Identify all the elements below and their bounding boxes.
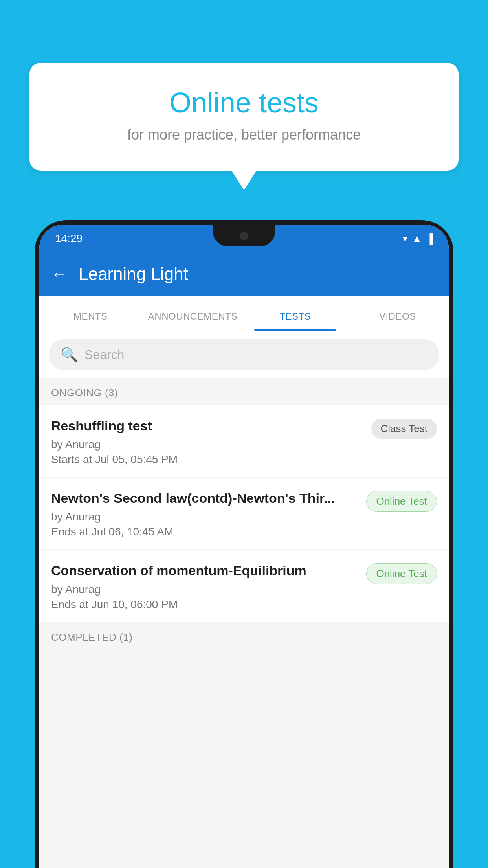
bubble-title: Online tests bbox=[61, 86, 427, 119]
camera-dot bbox=[240, 232, 248, 240]
tab-tests[interactable]: TESTS bbox=[244, 311, 347, 331]
section-ongoing-label: ONGOING (3) bbox=[51, 387, 118, 399]
app-title: Learning Light bbox=[79, 264, 188, 284]
bubble-subtitle: for more practice, better performance bbox=[61, 127, 427, 143]
test-item-3-time: Ends at Jun 10, 06:00 PM bbox=[51, 598, 358, 611]
section-ongoing-header: ONGOING (3) bbox=[39, 378, 449, 405]
phone-frame: 14:29 ▾ ▲ ▐ ← Learning Light MENTS ANNOU… bbox=[35, 220, 453, 868]
speech-bubble: Online tests for more practice, better p… bbox=[29, 63, 459, 171]
tab-ments[interactable]: MENTS bbox=[39, 311, 142, 331]
tab-videos[interactable]: VIDEOS bbox=[347, 311, 449, 331]
tab-announcements[interactable]: ANNOUNCEMENTS bbox=[142, 311, 244, 331]
test-item-2[interactable]: Newton's Second law(contd)-Newton's Thir… bbox=[39, 478, 449, 549]
phone-screen: 14:29 ▾ ▲ ▐ ← Learning Light MENTS ANNOU… bbox=[39, 225, 449, 868]
test-item-3-author: by Anurag bbox=[51, 583, 358, 596]
test-item-1-title: Reshuffling test bbox=[51, 417, 363, 434]
test-item-1-time: Starts at Jul 05, 05:45 PM bbox=[51, 453, 363, 466]
app-bar: ← Learning Light bbox=[39, 252, 449, 296]
test-item-3-badge: Online Test bbox=[366, 563, 437, 584]
search-placeholder: Search bbox=[84, 348, 124, 362]
test-item-1-badge: Class Test bbox=[371, 419, 437, 439]
status-time: 14:29 bbox=[55, 232, 83, 245]
test-item-1-author: by Anurag bbox=[51, 438, 363, 451]
back-button[interactable]: ← bbox=[51, 265, 67, 283]
signal-icon: ▲ bbox=[412, 233, 422, 244]
search-icon: 🔍 bbox=[61, 346, 78, 363]
test-item-3-left: Conservation of momentum-Equilibrium by … bbox=[51, 562, 366, 611]
status-bar: 14:29 ▾ ▲ ▐ bbox=[39, 225, 449, 252]
status-icons: ▾ ▲ ▐ bbox=[403, 233, 433, 244]
test-item-2-badge: Online Test bbox=[366, 491, 437, 512]
content-area: 🔍 Search ONGOING (3) Reshuffling test by… bbox=[39, 331, 449, 868]
tab-bar: MENTS ANNOUNCEMENTS TESTS VIDEOS bbox=[39, 296, 449, 331]
test-item-2-title: Newton's Second law(contd)-Newton's Thir… bbox=[51, 489, 358, 507]
test-item-2-left: Newton's Second law(contd)-Newton's Thir… bbox=[51, 489, 366, 538]
test-item-1-left: Reshuffling test by Anurag Starts at Jul… bbox=[51, 417, 371, 466]
section-completed-label: COMPLETED (1) bbox=[51, 631, 132, 643]
test-item-2-author: by Anurag bbox=[51, 511, 358, 523]
battery-icon: ▐ bbox=[426, 233, 433, 244]
wifi-icon: ▾ bbox=[403, 233, 407, 244]
search-bar-container: 🔍 Search bbox=[39, 331, 449, 378]
test-item-2-time: Ends at Jul 06, 10:45 AM bbox=[51, 526, 358, 538]
phone-notch bbox=[213, 225, 275, 246]
test-item-1[interactable]: Reshuffling test by Anurag Starts at Jul… bbox=[39, 405, 449, 477]
search-bar[interactable]: 🔍 Search bbox=[49, 339, 439, 370]
test-item-3[interactable]: Conservation of momentum-Equilibrium by … bbox=[39, 550, 449, 622]
test-item-3-title: Conservation of momentum-Equilibrium bbox=[51, 562, 358, 579]
section-completed-header: COMPLETED (1) bbox=[39, 623, 449, 650]
